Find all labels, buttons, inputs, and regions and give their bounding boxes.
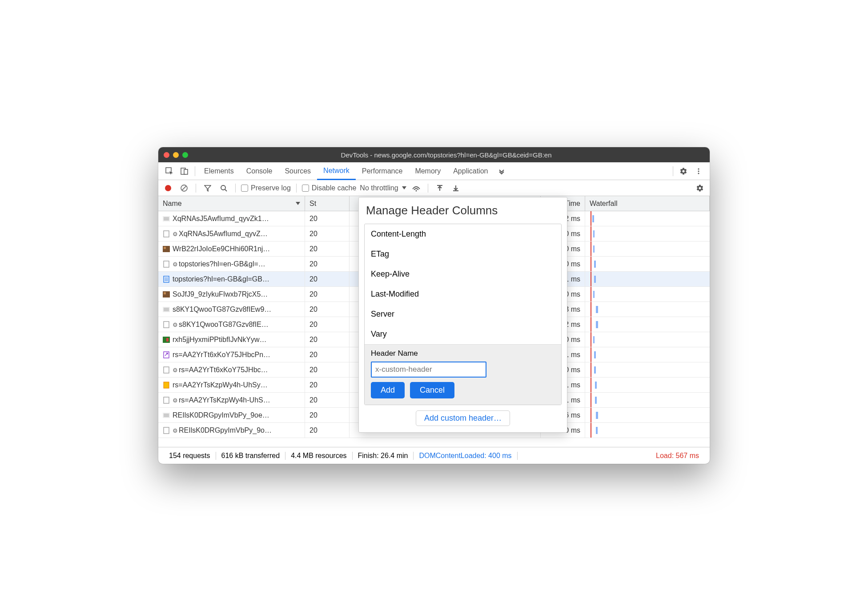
add-custom-header-button[interactable]: Add custom header… bbox=[416, 410, 510, 426]
minimize-window-button[interactable] bbox=[173, 152, 179, 158]
network-settings-icon[interactable] bbox=[694, 182, 706, 194]
svg-rect-15 bbox=[164, 231, 169, 237]
waterfall-bar bbox=[594, 261, 596, 268]
header-list-item[interactable]: Keep-Alive bbox=[365, 264, 561, 284]
cell-name: WrB22rIJoIoEe9CHhi60R1nj… bbox=[158, 241, 305, 256]
filter-icon[interactable] bbox=[201, 182, 214, 194]
header-list-item[interactable]: Vary bbox=[365, 324, 561, 344]
cell-name: REIlsK0DRGpyImVbPy_9o… bbox=[158, 423, 305, 438]
cell-name: rxh5jjHyxmiPPtibfIJvNkYyw… bbox=[158, 332, 305, 347]
waterfall-marker bbox=[591, 332, 591, 347]
request-name: SoJfJ9_9zIykuFIwxb7RjcX5… bbox=[173, 290, 268, 298]
cell-status: 20 bbox=[305, 378, 350, 392]
column-header-waterfall[interactable]: Waterfall bbox=[585, 196, 710, 211]
waterfall-marker bbox=[591, 211, 591, 226]
preserve-log-checkbox[interactable]: Preserve log bbox=[241, 184, 291, 192]
search-icon[interactable] bbox=[217, 182, 230, 194]
waterfall-marker bbox=[591, 241, 591, 256]
request-name: s8KY1QwooTG87Gzv8fIEw9… bbox=[173, 306, 271, 314]
cell-waterfall bbox=[585, 362, 710, 377]
header-list-item[interactable]: Last-Modified bbox=[365, 284, 561, 304]
svg-rect-33 bbox=[164, 397, 169, 403]
cell-name: topstories?hl=en-GB&gl=… bbox=[158, 257, 305, 271]
svg-point-10 bbox=[416, 190, 417, 191]
request-name: s8KY1QwooTG87Gzv8fIE… bbox=[173, 321, 269, 329]
waterfall-marker bbox=[591, 393, 591, 407]
cell-status: 20 bbox=[305, 272, 350, 286]
waterfall-marker bbox=[591, 362, 591, 377]
download-har-icon[interactable] bbox=[450, 182, 462, 194]
kebab-menu-icon[interactable] bbox=[691, 164, 706, 179]
cell-status: 20 bbox=[305, 393, 350, 407]
cell-status: 20 bbox=[305, 423, 350, 438]
waterfall-bar bbox=[593, 291, 595, 298]
tab-sources[interactable]: Sources bbox=[278, 162, 317, 180]
cell-name: SoJfJ9_9zIykuFIwxb7RjcX5… bbox=[158, 287, 305, 301]
svg-rect-35 bbox=[164, 414, 169, 417]
waterfall-marker bbox=[591, 347, 591, 362]
record-button[interactable] bbox=[162, 182, 174, 194]
tab-elements[interactable]: Elements bbox=[198, 162, 240, 180]
status-requests: 154 requests bbox=[164, 452, 216, 460]
cell-name: rs=AA2YrTt6xKoY75JHbcPn… bbox=[158, 347, 305, 362]
blank-file-icon bbox=[163, 397, 170, 404]
waterfall-marker bbox=[591, 257, 591, 271]
window-title: DevTools - news.google.com/topstories?hl… bbox=[188, 151, 704, 159]
svg-point-8 bbox=[221, 185, 225, 190]
tab-network[interactable]: Network bbox=[317, 163, 356, 180]
column-header-name[interactable]: Name bbox=[158, 196, 305, 211]
network-conditions-icon[interactable] bbox=[410, 182, 422, 194]
header-list-item[interactable]: ETag bbox=[365, 244, 561, 264]
cancel-button[interactable]: Cancel bbox=[410, 382, 454, 398]
device-toolbar-icon[interactable] bbox=[177, 164, 192, 179]
close-window-button[interactable] bbox=[164, 152, 169, 158]
cell-status: 20 bbox=[305, 347, 350, 362]
traffic-lights bbox=[164, 152, 188, 158]
svg-rect-30 bbox=[164, 352, 169, 358]
request-name: REIlsK0DRGpyImVbPy_9oe… bbox=[173, 411, 269, 419]
cell-name: rs=AA2YrTsKzpWy4h-UhS… bbox=[158, 393, 305, 407]
header-list-item[interactable]: Content-Length bbox=[365, 224, 561, 244]
tab-console[interactable]: Console bbox=[240, 162, 279, 180]
request-name: topstories?hl=en-GB&gl=… bbox=[173, 260, 265, 268]
svg-rect-24 bbox=[164, 292, 166, 294]
waterfall-bar bbox=[595, 382, 597, 389]
tab-performance[interactable]: Performance bbox=[356, 162, 409, 180]
svg-rect-27 bbox=[164, 322, 169, 328]
titlebar: DevTools - news.google.com/topstories?hl… bbox=[158, 147, 710, 162]
more-tabs-icon[interactable] bbox=[494, 164, 509, 179]
inspect-element-icon[interactable] bbox=[162, 164, 177, 179]
upload-har-icon[interactable] bbox=[434, 182, 446, 194]
waterfall-bar bbox=[593, 230, 595, 237]
zoom-window-button[interactable] bbox=[182, 152, 188, 158]
waterfall-bar bbox=[592, 215, 594, 222]
waterfall-bar bbox=[594, 366, 596, 374]
dialog-title: Manage Header Columns bbox=[359, 197, 567, 224]
custom-header-input[interactable] bbox=[371, 362, 486, 378]
settings-icon[interactable] bbox=[676, 164, 691, 179]
cell-name: s8KY1QwooTG87Gzv8fIEw9… bbox=[158, 302, 305, 317]
cell-waterfall bbox=[585, 378, 710, 392]
cell-waterfall bbox=[585, 226, 710, 241]
cell-waterfall bbox=[585, 302, 710, 317]
waterfall-bar bbox=[593, 336, 595, 343]
waterfall-marker bbox=[591, 378, 591, 392]
status-resources: 4.4 MB resources bbox=[285, 452, 352, 460]
img-file-icon bbox=[163, 412, 170, 419]
svg-rect-14 bbox=[164, 217, 169, 221]
column-header-status[interactable]: St bbox=[305, 196, 350, 211]
tab-memory[interactable]: Memory bbox=[409, 162, 447, 180]
header-list-item[interactable]: Server bbox=[365, 304, 561, 324]
cell-waterfall bbox=[585, 393, 710, 407]
add-button[interactable]: Add bbox=[371, 382, 405, 398]
waterfall-marker bbox=[591, 287, 591, 301]
main-tabbar: ElementsConsoleSourcesNetworkPerformance… bbox=[158, 162, 710, 180]
cell-name: topstories?hl=en-GB&gl=GB… bbox=[158, 272, 305, 286]
clear-icon[interactable] bbox=[178, 182, 190, 194]
blank-file-icon bbox=[163, 427, 170, 434]
waterfall-bar bbox=[594, 276, 596, 283]
disable-cache-checkbox[interactable]: Disable cache bbox=[302, 184, 357, 192]
tab-application[interactable]: Application bbox=[447, 162, 494, 180]
waterfall-bar bbox=[595, 397, 597, 404]
throttling-select[interactable]: No throttling bbox=[360, 184, 406, 192]
